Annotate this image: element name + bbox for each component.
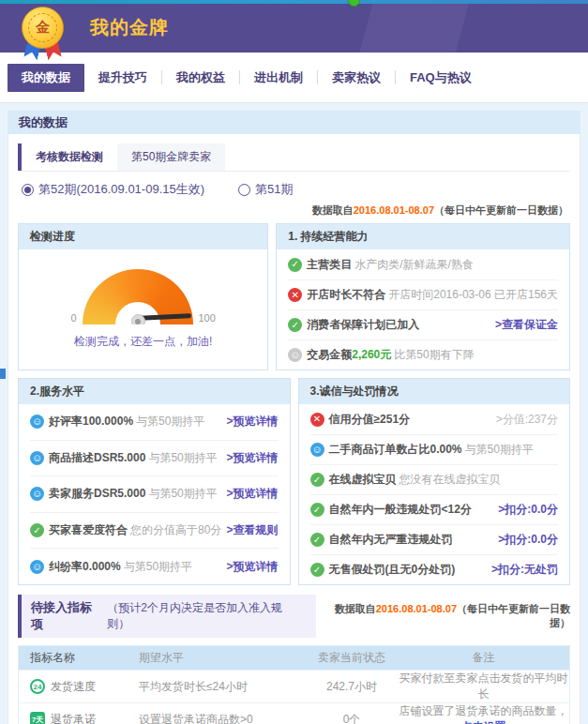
view-rules-link[interactable]: >查看规则 [226,522,278,538]
period-selector: 第52期(2016.09.01-09.15生效) 第51期 [18,172,570,202]
medal-circle: 金 [22,7,64,49]
row-label: 在线虚拟宝贝 [329,472,397,488]
progress-gauge-panel: 检测进度 0 100 检测完成， [18,223,268,370]
smiley-icon: ☺ [30,415,44,429]
sub-tabbar: 考核数据检测 第50期金牌卖家 [18,143,570,172]
gauge-max-label: 100 [199,312,216,324]
row-label: 自然年内无严重违规处罚 [329,532,453,548]
cross-icon: ✕ [288,288,302,302]
pending-indicators-table: 指标名称 期望水平 卖家当前状态 备注 24 发货速度 平均发货时长≤24小时 … [18,645,570,724]
row-label: 消费者保障计划已加入 [307,317,419,333]
deduction-link[interactable]: >扣分:无处罚 [491,562,558,578]
period-51-radio[interactable]: 第51期 [238,181,293,198]
preview-detail-link[interactable]: >预览详情 [226,486,278,502]
smiley-icon: ☺ [30,451,44,465]
row-label: 信用分值≥251分 [329,412,411,428]
row-detail: 与第50期持平 [148,486,217,502]
expected-level: 设置退货承诺商品数>0 [139,712,306,724]
indicator-name: 退货承诺 [51,712,96,724]
tab-seller-discussion[interactable]: 卖家热议 [318,64,395,92]
seller-status: 242.7小时 [306,679,398,695]
section-title: 我的数据 [8,111,580,134]
remark: 店铺设置了退货承诺的商品数量，点击设置 [398,703,569,724]
panel1-row: ☺ 交易金额 2,260元 比第50期有下降 [288,339,558,370]
period-51-label: 第51期 [255,181,293,198]
tab-my-benefits[interactable]: 我的权益 [162,64,239,92]
panel2-row: ☺ 好评率100.000% 与第50期持平 >预览详情 [30,404,279,440]
panel2-row: ☺ 纠纷率0.000% 与第50期持平 >预览详情 [30,548,279,584]
row-label: 无售假处罚(且无0分处罚) [329,562,456,578]
gauge-panel-title: 检测进度 [19,224,267,249]
view-deposit-link[interactable]: >查看保证金 [495,317,558,333]
tab-faq[interactable]: FAQ与热议 [396,64,486,92]
subtab-period50-seller[interactable]: 第50期金牌卖家 [117,143,225,171]
deduction-link[interactable]: >扣分:0.0分 [498,502,558,518]
tab-improve-skills[interactable]: 提升技巧 [84,64,161,92]
left-edge-marker [0,369,6,379]
radio-unselected-icon[interactable] [238,184,250,196]
check-icon: ✓ [288,258,302,272]
row-detail: 与第50期持平 [136,414,204,430]
datasource-line-top: 数据取自2016.08.01-08.07（每日中午更新前一日数据） [18,202,570,221]
panel3-row: ✓ 在线虚拟宝贝 您没有在线虚拟宝贝 [310,464,559,494]
tab-my-data[interactable]: 我的数据 [8,64,84,92]
row-label: 开店时长不符合 [307,287,385,303]
7day-return-icon: 7天 [30,712,45,724]
panel3-title: 3.诚信与处罚情况 [299,379,570,404]
pending-indicators-header: 待接入指标项 （预计2个月内决定是否加入准入规则） 数据取自2016.08.01… [18,595,570,638]
deduction-link[interactable]: >扣分:0.0分 [498,532,558,548]
remark-text: 店铺设置了退货承诺的商品数量， [400,704,568,717]
period-52-radio[interactable]: 第52期(2016.09.01-09.15生效) [22,181,204,198]
row-label: 二手商品订单数占比0.00% [329,442,462,458]
expected-level: 平均发货时长≤24小时 [139,679,306,695]
medal-char: 金 [28,13,57,42]
smiley-icon: ☺ [30,487,44,501]
row-label: 卖家服务DSR5.000 [49,486,145,502]
col-seller-status: 卖家当前状态 [306,650,398,666]
check-icon: ✓ [30,523,44,537]
row-detail: 比第50期有下降 [394,347,474,363]
table-header-row: 指标名称 期望水平 卖家当前状态 备注 [19,646,569,670]
row-label: 主营类目 [307,257,352,273]
main-tabbar: 我的数据 提升技巧 我的权益 进出机制 卖家热议 FAQ与热议 [0,53,588,103]
trade-amount-value: 2,260元 [352,347,391,363]
check-icon: ✓ [310,503,324,517]
panel1-title: 1. 持续经营能力 [277,224,569,249]
preview-detail-link[interactable]: >预览详情 [226,450,278,466]
panel3-row: ✓ 自然年内一般违规处罚<12分 >扣分:0.0分 [310,494,559,524]
panel3-row: ✓ 自然年内无严重违规处罚 >扣分:0.0分 [310,524,559,554]
radio-selected-icon[interactable] [22,184,34,196]
panel2-row: ☺ 卖家服务DSR5.000 与第50期持平 >预览详情 [30,475,279,512]
gauge-caption: 检测完成，还差一点，加油! [74,334,212,350]
row-label: 买家喜爱度符合 [49,522,128,538]
top-strip [0,0,588,4]
table-row: 7天 退货承诺 设置退货承诺商品数>0 0个 店铺设置了退货承诺的商品数量，点击… [19,702,569,724]
seller-status: 0个 [306,712,398,724]
subtab-assessment-check[interactable]: 考核数据检测 [18,143,117,171]
panel2-row: ☺ 商品描述DSR5.000 与第50期持平 >预览详情 [30,440,279,476]
datasource-prefix: 数据取自 [312,204,354,216]
smiley-icon: ☺ [310,443,324,457]
preview-detail-link[interactable]: >预览详情 [226,414,278,430]
row-detail: 与第50期持平 [124,559,192,575]
gauge-dial [83,269,193,324]
panel-service-level: 2.服务水平 ☺ 好评率100.000% 与第50期持平 >预览详情 ☺ 商品描… [18,378,291,585]
cross-icon: ✕ [310,413,324,427]
click-to-set-link[interactable]: 点击设置 [461,720,506,724]
datasource-line-bottom: 数据取自2016.08.01-08.07（每日中午更新前一日数据） [316,602,570,630]
panel3-row: ✕ 信用分值≥251分 >分值:237分 [310,404,559,434]
row-detail: 与第50期持平 [465,442,534,458]
panel1-row: ✓ 主营类目 水产肉类/新鲜蔬果/熟食 [288,249,558,279]
datasource-date: 2016.08.01-08.07 [354,204,434,216]
main-card: 考核数据检测 第50期金牌卖家 第52期(2016.09.01-09.15生效)… [8,134,580,724]
panels-row-1: 检测进度 0 100 检测完成， [18,223,570,370]
row-label: 好评率100.000% [49,414,133,430]
content-area: 我的数据 考核数据检测 第50期金牌卖家 第52期(2016.09.01-09.… [0,103,588,724]
tab-entry-exit[interactable]: 进出机制 [240,64,317,92]
row-detail: 您的分值高于80分 [130,522,221,538]
panels-row-2: 2.服务水平 ☺ 好评率100.000% 与第50期持平 >预览详情 ☺ 商品描… [18,378,570,585]
preview-detail-link[interactable]: >预览详情 [226,559,278,575]
col-indicator-name: 指标名称 [19,650,139,666]
panel1-row: ✓ 消费者保障计划已加入 >查看保证金 [288,309,558,339]
pending-title-block: 待接入指标项 （预计2个月内决定是否加入准入规则） [18,595,316,638]
